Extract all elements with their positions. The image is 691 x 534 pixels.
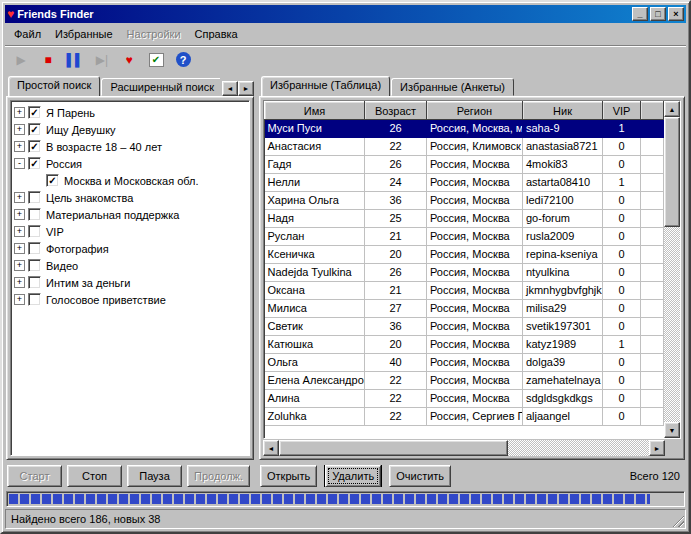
scroll-down-icon[interactable]: ▼ (664, 422, 680, 438)
tree-item[interactable]: +✓В возрасте 18 – 40 лет (12, 138, 248, 155)
right-tab-favorites-profiles[interactable]: Избранные (Анкеты) (391, 78, 514, 96)
expand-toggle-icon[interactable]: + (14, 141, 25, 152)
tree-item[interactable]: +✓Я Парень (12, 104, 248, 121)
vscroll-track[interactable] (664, 117, 680, 422)
expand-toggle-icon[interactable]: + (14, 209, 25, 220)
table-row[interactable]: Nadejda Tyulkina26Россия, Москваntyulkin… (265, 264, 664, 282)
app-window: ♥ Friends Finder _□× ФайлИзбранныеНастро… (0, 0, 691, 534)
title-bar[interactable]: ♥ Friends Finder _□× (5, 5, 686, 23)
tab-scroll-right-button[interactable]: ► (238, 81, 254, 96)
table-row[interactable]: Zoluhka22Россия, Сергиев Пaljaangel0 (265, 408, 664, 426)
checkbox[interactable]: ✓ (28, 157, 41, 170)
left-tab-advanced-search[interactable]: Расширенный поиск (101, 78, 220, 96)
resize-grip[interactable] (671, 514, 684, 527)
tree-item[interactable]: +Фотография (12, 240, 248, 257)
maximize-button[interactable]: □ (650, 7, 666, 21)
help-icon[interactable]: ? (171, 49, 195, 71)
expand-toggle-icon[interactable]: + (14, 294, 25, 305)
checkbox[interactable]: ✓ (28, 106, 41, 119)
tree-item[interactable]: +Материальная поддержка (12, 206, 248, 223)
pause-button[interactable]: Пауза (127, 465, 182, 487)
tree-item[interactable]: +Голосовое приветствие (12, 291, 248, 308)
expand-toggle-icon[interactable]: + (14, 107, 25, 118)
checkbox[interactable] (28, 242, 41, 255)
table-row[interactable]: Надя25Россия, Москваgo-forum0 (265, 210, 664, 228)
column-header-2[interactable]: Регион (427, 102, 523, 120)
expand-toggle-icon[interactable]: + (14, 124, 25, 135)
search-tree: +✓Я Парень+✓Ищу Девушку+✓В возрасте 18 –… (10, 100, 250, 456)
tree-item[interactable]: +Интим за деньги (12, 274, 248, 291)
stop-button[interactable]: Стоп (67, 465, 122, 487)
column-header-4[interactable]: VIP (603, 102, 641, 120)
expand-toggle-icon[interactable]: - (14, 158, 25, 169)
checkbox[interactable]: ✓ (28, 123, 41, 136)
table-row[interactable]: Алина22Россия, Москваsdgldsgkdkgs0 (265, 390, 664, 408)
checkbox[interactable] (28, 276, 41, 289)
minimize-button[interactable]: _ (632, 7, 648, 21)
expand-toggle-icon[interactable]: + (14, 226, 25, 237)
table-cell: 0 (603, 192, 641, 210)
clear-button[interactable]: Очистить (389, 465, 451, 487)
delete-button[interactable]: Удалить (325, 465, 381, 487)
checkbox[interactable] (28, 208, 41, 221)
checkbox[interactable] (28, 225, 41, 238)
table-row[interactable]: Оксана21Россия, Москваjkmnhygbvfghjk0 (265, 282, 664, 300)
tree-item[interactable]: +VIP (12, 223, 248, 240)
open-button[interactable]: Открыть (260, 465, 317, 487)
close-button[interactable]: × (668, 7, 684, 21)
menu-file[interactable]: Файл (7, 25, 48, 43)
table-row[interactable]: Гадя26Россия, Москва4moki830 (265, 156, 664, 174)
column-header-1[interactable]: Возраст (365, 102, 427, 120)
hscroll-track[interactable] (279, 440, 649, 456)
scroll-right-icon[interactable]: ► (649, 440, 665, 456)
vertical-scrollbar[interactable]: ▲ ▼ (664, 101, 680, 438)
horizontal-scrollbar[interactable]: ◄ ► (263, 440, 681, 456)
menu-settings[interactable]: Настройки (120, 25, 188, 43)
expand-toggle-icon[interactable]: + (14, 260, 25, 271)
start-button[interactable]: Старт (7, 465, 62, 487)
favorites-icon[interactable]: ♥ (117, 49, 141, 71)
checkbox[interactable] (28, 293, 41, 306)
continue-button[interactable]: Продолж. (187, 465, 250, 487)
scroll-left-icon[interactable]: ◄ (263, 440, 279, 456)
table-row[interactable]: Светик36Россия, Москваsvetik1973010 (265, 318, 664, 336)
hscroll-thumb[interactable] (279, 440, 508, 456)
tree-item[interactable]: ✓Москва и Московская обл. (12, 172, 248, 189)
table-row[interactable]: Анастасия22Россия, Климовскanastasia8721… (265, 138, 664, 156)
table-row[interactable]: Ксеничка20Россия, Москваrepina-kseniya0 (265, 246, 664, 264)
checkbox[interactable] (28, 259, 41, 272)
column-header-3[interactable]: Ник (523, 102, 603, 120)
right-tab-favorites-table[interactable]: Избранные (Таблица) (261, 76, 390, 96)
table-row[interactable]: Милиса27Россия, Москваmilisa290 (265, 300, 664, 318)
expand-toggle-icon[interactable]: + (14, 192, 25, 203)
table-row[interactable]: Елена Александров22Россия, Москваzamehat… (265, 372, 664, 390)
table-row[interactable]: Катюшка20Россия, Москваkatyz19891 (265, 336, 664, 354)
start-icon[interactable]: ▶ (9, 49, 33, 71)
table-row[interactable]: Руслан21Россия, Москваrusla20090 (265, 228, 664, 246)
table-cell: 26 (365, 156, 427, 174)
tree-item[interactable]: +✓Ищу Девушку (12, 121, 248, 138)
tree-item[interactable]: +Цель знакомства (12, 189, 248, 206)
table-row[interactable]: Харина Ольга36Россия, Москваledi721000 (265, 192, 664, 210)
profiles-icon[interactable]: ✔ (144, 49, 168, 71)
left-tab-simple-search[interactable]: Простой поиск (8, 76, 100, 96)
checkbox[interactable]: ✓ (28, 140, 41, 153)
stop-icon[interactable]: ■ (36, 49, 60, 71)
column-header-0[interactable]: Имя (265, 102, 365, 120)
checkbox[interactable]: ✓ (46, 174, 59, 187)
vscroll-thumb[interactable] (664, 117, 680, 227)
scroll-up-icon[interactable]: ▲ (664, 101, 680, 117)
table-row[interactable]: Нелли24Россия, Москваastarta084101 (265, 174, 664, 192)
pause-icon[interactable]: ▌▌ (63, 49, 87, 71)
tree-item[interactable]: +Видео (12, 257, 248, 274)
menu-favorites[interactable]: Избранные (48, 25, 120, 43)
menu-help[interactable]: Справка (188, 25, 245, 43)
table-row[interactable]: Ольга40Россия, Москваdolga390 (265, 354, 664, 372)
tab-scroll-left-button[interactable]: ◄ (222, 81, 238, 96)
tree-item[interactable]: -✓Россия (12, 155, 248, 172)
expand-toggle-icon[interactable]: + (14, 243, 25, 254)
table-row[interactable]: Муси Пуси26Россия, Москва, мsaha-91 (265, 120, 664, 138)
checkbox[interactable] (28, 191, 41, 204)
expand-toggle-icon[interactable]: + (14, 277, 25, 288)
resume-icon[interactable]: ▶| (90, 49, 114, 71)
